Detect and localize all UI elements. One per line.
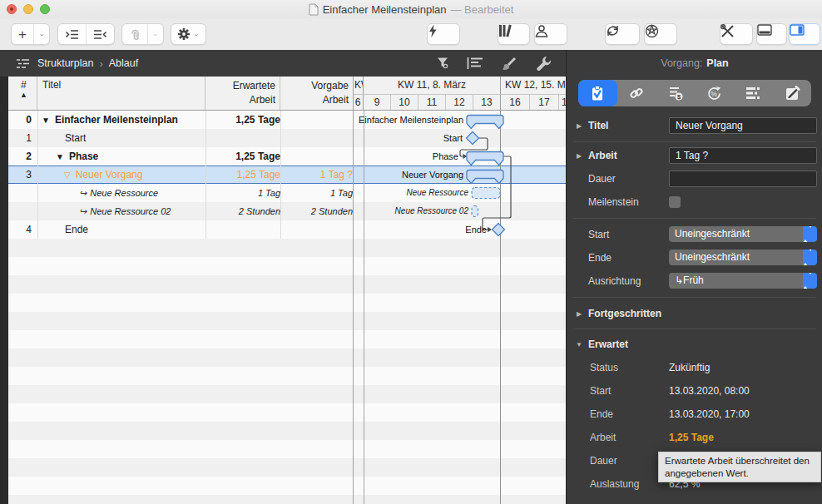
table-row-selected[interactable]: 3 ▽Neuer Vorgang 1,25 Tage 1 Tag ? xyxy=(8,166,566,184)
indent-button[interactable] xyxy=(58,24,86,44)
disclosure-triangle[interactable]: ▼ xyxy=(56,148,64,166)
settings-button[interactable]: ⌄ xyxy=(171,23,206,45)
gantt-bar-label: Neue Ressource xyxy=(353,184,468,202)
header-divider xyxy=(8,110,566,111)
outline-list-icon xyxy=(745,86,761,101)
column-header-titel[interactable]: Titel xyxy=(37,77,206,111)
document-edited-flag: — Bearbeitet xyxy=(451,3,514,16)
chevron-down-icon: ⌄ xyxy=(152,31,159,37)
tab-dependencies[interactable] xyxy=(617,80,656,106)
link-icon xyxy=(627,84,646,102)
ende-constraint-select[interactable]: Uneingeschränkt xyxy=(669,250,817,265)
add-task-button-group: + ⌄ xyxy=(11,23,50,45)
add-task-options-button[interactable]: ⌄ xyxy=(33,24,49,44)
chevron-down-icon: ⌄ xyxy=(193,31,200,37)
view-options-icon[interactable] xyxy=(467,57,483,70)
disclosure-triangle[interactable]: ▽ xyxy=(64,167,71,183)
start-constraint-select[interactable]: Uneingeschränkt xyxy=(669,226,817,242)
column-header-erwartete-arbeit[interactable]: Erwartete Arbeit xyxy=(206,77,280,111)
settings-wrench-icon[interactable] xyxy=(536,56,552,71)
detail-label: Dauer xyxy=(590,455,617,467)
tab-costs[interactable]: $ xyxy=(656,80,695,106)
column-header-num[interactable]: # ▲ xyxy=(8,77,37,111)
column-header-vorgabe-arbeit[interactable]: Vorgabe Arbeit xyxy=(280,77,353,111)
table-row[interactable]: 1 Start xyxy=(8,129,566,147)
detail-value: Zukünftig xyxy=(669,362,710,373)
publish-button[interactable] xyxy=(644,23,677,45)
dauer-input[interactable] xyxy=(669,170,817,187)
inspectors-tools-button[interactable] xyxy=(720,23,753,45)
assign-resource-button[interactable] xyxy=(534,23,567,45)
attach-options-button[interactable]: ⌄ xyxy=(147,24,163,44)
gantt-day: 17 xyxy=(530,94,559,111)
inspector-header-label: Vorgang: xyxy=(661,57,702,69)
tab-style[interactable] xyxy=(772,80,811,106)
sync-button[interactable] xyxy=(605,23,640,45)
gantt-day: 10 xyxy=(391,94,418,111)
gantt-day: 12 xyxy=(446,94,473,111)
detail-label: Status xyxy=(590,362,618,373)
titel-input[interactable]: Neuer Vorgang xyxy=(669,117,817,134)
tab-utilization[interactable]: % xyxy=(695,80,734,106)
column-divider xyxy=(280,111,281,239)
table-row[interactable]: 2 ▼Phase 1,25 Tage xyxy=(8,147,566,166)
stepper-icon[interactable] xyxy=(803,273,817,289)
disclosure-icon[interactable]: ▶ xyxy=(577,152,582,160)
inspector-header: Vorgang: Plan xyxy=(567,50,822,77)
breadcrumb-bar: Strukturplan › Ablauf xyxy=(0,50,566,77)
breadcrumb-separator: › xyxy=(99,57,102,70)
table-row[interactable]: 0 ▼Einfacher Meilensteinplan 1,25 Tage xyxy=(8,111,566,129)
attach-button[interactable] xyxy=(122,24,147,44)
clipboard-check-icon xyxy=(589,85,606,102)
gantt-day: 18 xyxy=(559,94,566,111)
paperclip-icon xyxy=(129,27,141,41)
gantt-bar-label: Neuer Vorgang xyxy=(353,166,463,184)
divider xyxy=(573,218,816,219)
tab-task-info[interactable] xyxy=(578,80,617,106)
breadcrumb-item-strukturplan[interactable]: Strukturplan xyxy=(37,57,93,69)
section-label-erwartet[interactable]: Erwartet xyxy=(588,338,628,350)
field-label-ausrichtung: Ausrichtung xyxy=(588,275,641,287)
disclosure-triangle[interactable]: ▼ xyxy=(42,111,50,129)
window-title: Einfacher Meilensteinplan — Bearbeitet xyxy=(0,0,822,18)
person-icon xyxy=(535,24,548,37)
ausrichtung-select[interactable]: ↳Früh xyxy=(669,273,817,289)
resources-library-button[interactable] xyxy=(498,23,530,45)
right-panel-toggle-button[interactable] xyxy=(789,23,820,45)
filter-funnel-icon[interactable] xyxy=(436,57,450,71)
tab-outline[interactable] xyxy=(734,80,773,106)
disclosure-icon[interactable]: ▶ xyxy=(577,122,582,130)
inspector-panel: Vorgang: Plan xyxy=(566,50,822,504)
window-edge xyxy=(0,77,8,504)
breadcrumb-item-ablauf[interactable]: Ablauf xyxy=(109,57,138,69)
disclosure-icon[interactable]: ▼ xyxy=(576,341,582,348)
field-label-ende: Ende xyxy=(588,252,612,264)
stepper-icon[interactable] xyxy=(803,250,817,265)
field-label-meilenstein: Meilenstein xyxy=(588,196,639,208)
bottom-panel-toggle-button[interactable] xyxy=(756,23,787,45)
titlebar: Einfacher Meilensteinplan — Bearbeitet xyxy=(0,0,822,18)
divider xyxy=(573,329,816,329)
divider xyxy=(573,141,816,142)
catch-up-button[interactable] xyxy=(427,23,460,45)
disclosure-icon[interactable]: ▶ xyxy=(577,310,582,318)
plus-icon: + xyxy=(18,27,27,42)
gantt-bar-label: Neue Ressource 02 xyxy=(353,202,468,220)
column-divider xyxy=(37,111,38,239)
field-label-arbeit: Arbeit xyxy=(588,150,617,161)
outdent-button[interactable] xyxy=(86,24,114,44)
add-task-button[interactable]: + xyxy=(12,24,33,44)
stepper-icon[interactable] xyxy=(803,226,817,242)
table-row[interactable]: ↪Neue Ressource 02 2 Stunden 2 Stunden xyxy=(8,202,566,220)
attachment-button-group: ⌄ xyxy=(121,23,164,45)
meilenstein-checkbox[interactable] xyxy=(669,196,681,208)
gantt-week-kw11: KW 11, 8. März xyxy=(364,77,501,94)
style-brush-icon[interactable] xyxy=(501,56,517,71)
gantt-day: 9 xyxy=(364,94,391,111)
empty-rows-area xyxy=(8,239,566,504)
detail-label: Arbeit xyxy=(590,432,616,443)
table-row[interactable]: ↪Neue Ressource 1 Tag 1 Tag xyxy=(8,184,566,202)
arbeit-input[interactable]: 1 Tag ? xyxy=(669,147,817,164)
section-label-fortgeschritten[interactable]: Fortgeschritten xyxy=(588,308,661,319)
network-globe-icon xyxy=(645,24,659,38)
